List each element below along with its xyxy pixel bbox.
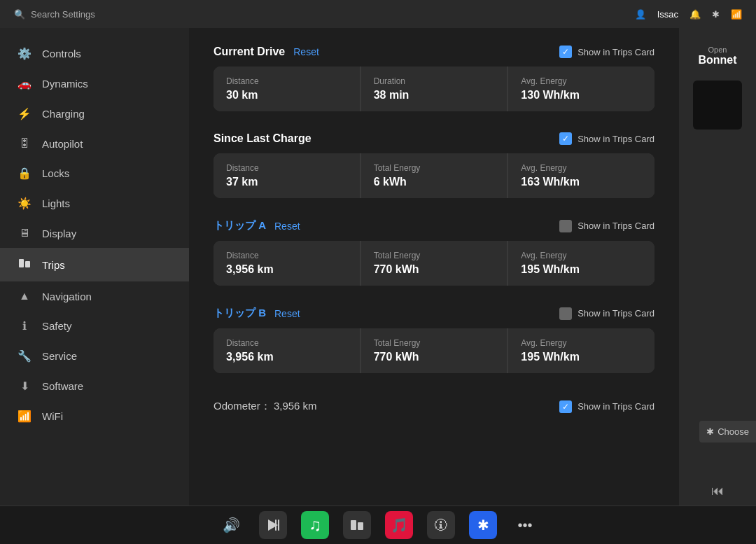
- files-icon[interactable]: [343, 511, 371, 539]
- stat-cell-distance-cd: Distance 30 km: [214, 67, 360, 111]
- stat-label-duration-cd: Duration: [374, 76, 495, 86]
- stat-label-energy-total-slc: Total Energy: [374, 163, 495, 173]
- sidebar-item-software[interactable]: ⬇ Software: [0, 371, 189, 401]
- odometer-label: Odometer：: [214, 400, 271, 412]
- bonnet-section: Open Bonnet: [698, 46, 736, 67]
- stat-value-avg-energy-slc: 163 Wh/km: [521, 176, 642, 188]
- stat-cell-energy-cd: Avg. Energy 130 Wh/km: [508, 67, 654, 111]
- wifi-sidebar-icon: 📶: [17, 410, 32, 423]
- stat-cell-distance-slc: Distance 37 km: [214, 153, 360, 198]
- service-icon: 🔧: [17, 349, 32, 363]
- since-last-charge-show-trips[interactable]: ✓ Show in Trips Card: [559, 132, 654, 145]
- sidebar-label-charging: Charging: [42, 108, 85, 120]
- stat-cell-distance-ta: Distance 3,956 km: [214, 241, 360, 286]
- choose-button[interactable]: ✱ Choose: [699, 421, 756, 442]
- current-drive-reset-button[interactable]: Reset: [293, 46, 319, 57]
- svg-rect-0: [19, 259, 24, 267]
- trip-b-checkbox[interactable]: [559, 307, 572, 320]
- stat-label-distance-cd: Distance: [226, 76, 347, 86]
- main-layout: ⚙️ Controls 🚗 Dynamics ⚡ Charging 🎛 Auto…: [0, 28, 756, 505]
- sidebar-item-display[interactable]: 🖥 Display: [0, 218, 189, 248]
- media-play-icon[interactable]: [259, 511, 287, 539]
- display-icon: 🖥: [17, 227, 32, 239]
- current-drive-stats: Distance 30 km Duration 38 min Avg. Ener…: [214, 67, 654, 111]
- stat-value-energy-total-tb: 770 kWh: [374, 351, 495, 363]
- stat-value-duration-cd: 38 min: [374, 89, 495, 102]
- sidebar-item-navigation[interactable]: ▲ Navigation: [0, 281, 189, 311]
- odometer-value: 3,956 km: [274, 400, 317, 412]
- current-drive-header: Current Drive Reset ✓ Show in Trips Card: [214, 46, 654, 58]
- sidebar-label-software: Software: [42, 380, 83, 392]
- stat-value-distance-ta: 3,956 km: [226, 263, 347, 276]
- sidebar-item-dynamics[interactable]: 🚗 Dynamics: [0, 69, 189, 99]
- trip-b-reset-button[interactable]: Reset: [274, 308, 300, 319]
- user-icon: 👤: [635, 9, 646, 20]
- stat-cell-avg-energy-slc: Avg. Energy 163 Wh/km: [508, 153, 654, 198]
- sidebar-item-service[interactable]: 🔧 Service: [0, 341, 189, 371]
- trip-b-section: トリップ B Reset Show in Trips Card Distance…: [214, 307, 654, 373]
- sidebar-item-wifi[interactable]: 📶 WiFi: [0, 401, 189, 431]
- stat-cell-energy-total-slc: Total Energy 6 kWh: [361, 153, 507, 198]
- more-icon[interactable]: •••: [511, 511, 539, 539]
- current-drive-show-trips[interactable]: ✓ Show in Trips Card: [559, 46, 654, 58]
- current-drive-trips-label: Show in Trips Card: [578, 47, 654, 57]
- lights-icon: ☀️: [17, 197, 32, 210]
- trip-b-trips-label: Show in Trips Card: [578, 308, 654, 319]
- odometer-text: Odometer： 3,956 km: [214, 400, 317, 413]
- trip-a-section: トリップ A Reset Show in Trips Card Distance…: [214, 219, 654, 286]
- info-icon[interactable]: 🛈: [427, 511, 455, 539]
- stat-value-distance-cd: 30 km: [226, 89, 347, 102]
- trip-a-checkbox[interactable]: [559, 220, 572, 232]
- stat-label-distance-tb: Distance: [226, 338, 347, 348]
- stat-value-energy-total-slc: 6 kWh: [374, 176, 495, 188]
- sidebar-item-trips[interactable]: Trips: [0, 248, 189, 281]
- sidebar-label-safety: Safety: [42, 320, 72, 332]
- odometer-show-trips[interactable]: ✓ Show in Trips Card: [559, 400, 654, 413]
- stat-label-avg-energy-slc: Avg. Energy: [521, 163, 642, 173]
- music-icon[interactable]: 🎵: [385, 511, 413, 539]
- top-bar: 🔍 Search Settings 👤 Issac 🔔 ✱ 📶: [0, 0, 756, 28]
- trip-a-title: トリップ A: [214, 219, 266, 232]
- sidebar-item-lights[interactable]: ☀️ Lights: [0, 188, 189, 218]
- sidebar-item-controls[interactable]: ⚙️ Controls: [0, 39, 189, 69]
- media-back-button[interactable]: ⏮: [711, 484, 724, 498]
- trip-b-show-trips[interactable]: Show in Trips Card: [559, 307, 654, 320]
- since-last-charge-section: Since Last Charge ✓ Show in Trips Card D…: [214, 132, 654, 198]
- taskbar: 🔊 ♫ 🎵 🛈 ✱ •••: [0, 505, 756, 544]
- spotify-icon[interactable]: ♫: [301, 511, 329, 539]
- bell-icon[interactable]: 🔔: [690, 9, 701, 20]
- svg-rect-1: [25, 261, 30, 267]
- stat-cell-distance-tb: Distance 3,956 km: [214, 328, 360, 373]
- lock-icon: 🔒: [17, 167, 32, 180]
- sidebar-item-charging[interactable]: ⚡ Charging: [0, 99, 189, 129]
- since-last-charge-header: Since Last Charge ✓ Show in Trips Card: [214, 132, 654, 145]
- odometer-checkbox[interactable]: ✓: [559, 400, 572, 413]
- sidebar-item-locks[interactable]: 🔒 Locks: [0, 158, 189, 188]
- sidebar-label-service: Service: [42, 350, 77, 362]
- trip-a-reset-button[interactable]: Reset: [274, 221, 300, 232]
- svg-rect-6: [358, 522, 363, 530]
- current-drive-checkbox[interactable]: ✓: [559, 46, 572, 58]
- trips-icon: [17, 256, 32, 273]
- odometer-trips-label: Show in Trips Card: [578, 401, 654, 412]
- stat-label-avg-energy-ta: Avg. Energy: [521, 251, 642, 260]
- stat-value-avg-energy-tb: 195 Wh/km: [521, 351, 642, 363]
- bluetooth-taskbar-icon[interactable]: ✱: [469, 511, 497, 539]
- odometer-row: Odometer： 3,956 km ✓ Show in Trips Card: [214, 394, 654, 419]
- sidebar-item-autopilot[interactable]: 🎛 Autopilot: [0, 129, 189, 158]
- dynamics-icon: 🚗: [17, 77, 32, 90]
- right-panel: Open Bonnet ✱ Choose ⏮: [679, 28, 756, 505]
- trip-a-header: トリップ A Reset Show in Trips Card: [214, 219, 654, 232]
- stat-label-energy-total-tb: Total Energy: [374, 338, 495, 348]
- software-icon: ⬇: [17, 379, 32, 393]
- trip-a-trips-label: Show in Trips Card: [578, 221, 654, 231]
- trip-a-stats: Distance 3,956 km Total Energy 770 kWh A…: [214, 241, 654, 286]
- sidebar-item-safety[interactable]: ℹ Safety: [0, 311, 189, 341]
- choose-label: Choose: [718, 426, 749, 437]
- search-area[interactable]: 🔍 Search Settings: [14, 9, 95, 20]
- bluetooth-icon[interactable]: ✱: [712, 9, 720, 20]
- since-last-charge-checkbox[interactable]: ✓: [559, 132, 572, 145]
- trip-a-show-trips[interactable]: Show in Trips Card: [559, 220, 654, 232]
- search-text[interactable]: Search Settings: [31, 9, 95, 20]
- volume-icon[interactable]: 🔊: [217, 511, 245, 539]
